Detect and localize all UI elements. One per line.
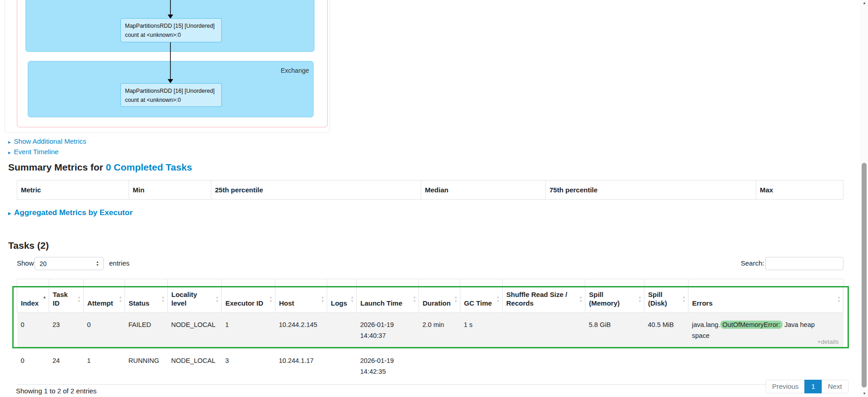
- tasks-heading: Tasks (2): [8, 240, 49, 251]
- col-header-host[interactable]: Host▲▼: [275, 279, 327, 313]
- pagination-page-1-button[interactable]: 1: [804, 380, 822, 393]
- col-header-errors[interactable]: Errors▲▼: [688, 279, 843, 313]
- cell-host: 10.244.1.17: [275, 349, 327, 385]
- sort-icons: ▲▼: [682, 296, 686, 303]
- sort-icons: ▲▼: [215, 296, 219, 303]
- col-header-shuffle-read[interactable]: Shuffle Read Size / Records▲▼: [503, 279, 585, 313]
- rdd-node-callsite: count at <unknown>:0: [125, 95, 221, 105]
- sort-icons: ▲▼: [454, 296, 458, 303]
- cell-attempt: 0: [84, 313, 125, 349]
- task-row-running: 0 24 1 RUNNING NODE_LOCAL 3 10.244.1.17 …: [17, 349, 843, 385]
- summary-header-row: Metric Min 25th percentile Median 75th p…: [17, 181, 843, 200]
- sort-icons: ▲▼: [579, 296, 583, 303]
- cell-launch-time: 2026-01-19 14:42:35: [357, 349, 419, 385]
- col-header-executor-id[interactable]: Executor ID▲▼: [222, 279, 275, 313]
- error-highlight: OutOfMemoryError:: [720, 321, 783, 329]
- error-details-link[interactable]: +details: [818, 338, 839, 346]
- cell-task-id: 24: [49, 349, 84, 385]
- col-header-duration[interactable]: Duration▲▼: [419, 279, 460, 313]
- col-header-min: Min: [129, 181, 211, 200]
- cell-logs: [327, 349, 357, 385]
- col-header-spill-memory[interactable]: Spill (Memory)▲▼: [585, 279, 644, 313]
- sort-icons: ▲▼: [496, 296, 500, 303]
- show-additional-metrics-toggle[interactable]: ▸Show Additional Metrics: [8, 137, 86, 145]
- aggregated-metrics-toggle[interactable]: ▸Aggregated Metrics by Executor: [8, 208, 133, 217]
- cell-locality: NODE_LOCAL: [168, 349, 222, 385]
- cell-executor-id: 1: [222, 313, 275, 349]
- rdd-node-mappartitions-15: MapPartitionsRDD [15] [Unordered] count …: [120, 18, 222, 42]
- rdd-node-title: MapPartitionsRDD [16] [Unordered]: [125, 86, 221, 95]
- col-header-task-id[interactable]: Task ID▲▼: [49, 279, 84, 313]
- cell-status: FAILED: [125, 313, 168, 349]
- search-input[interactable]: [765, 257, 843, 270]
- col-header-spill-disk[interactable]: Spill (Disk)▲▼: [644, 279, 688, 313]
- search-label: Search:: [741, 259, 764, 267]
- event-timeline-toggle[interactable]: ▸Event Timeline: [8, 148, 59, 156]
- sort-icons: ▲▼: [119, 296, 122, 303]
- spark-stage-page: { "colors": { "link_blue": "#0088cc", "p…: [0, 0, 868, 397]
- cell-locality: NODE_LOCAL: [168, 313, 222, 349]
- col-header-metric: Metric: [17, 181, 129, 200]
- page-size-select[interactable]: 20: [35, 257, 104, 270]
- cell-logs: [327, 313, 357, 349]
- show-label: Show: [17, 259, 34, 267]
- select-updown-icon: ▲▼: [96, 260, 99, 266]
- cell-attempt: 1: [84, 349, 125, 385]
- error-message: java.lang.OutOfMemoryError: Java heap sp…: [692, 319, 830, 341]
- col-header-status[interactable]: Status▲▼: [125, 279, 168, 313]
- task-row-failed: 0 23 0 FAILED NODE_LOCAL 1 10.244.2.145 …: [17, 313, 843, 349]
- scroll-up-icon[interactable]: ▲: [863, 1, 866, 5]
- cell-spill-memory: [585, 349, 644, 385]
- sort-icons: ▲▼: [413, 296, 416, 303]
- col-header-launch-time[interactable]: Launch Time▲▼: [357, 279, 419, 313]
- tasks-table: Index▲ Task ID▲▼ Attempt▲▼ Status▲▼ Loca…: [17, 279, 843, 385]
- table-info-text: Showing 1 to 2 of 2 entries: [16, 387, 97, 395]
- sort-icons: ▲▼: [321, 296, 324, 303]
- col-header-75th: 75th percentile: [546, 181, 756, 200]
- col-header-median: Median: [421, 181, 546, 200]
- summary-metrics-table: Metric Min 25th percentile Median 75th p…: [17, 180, 843, 200]
- scrollbar-thumb[interactable]: [862, 163, 867, 387]
- cell-errors: [688, 349, 843, 385]
- cell-spill-memory: 5.8 GiB: [585, 313, 644, 349]
- rdd-node-mappartitions-16: MapPartitionsRDD [16] [Unordered] count …: [120, 83, 222, 107]
- cell-duration: 2.0 min: [419, 313, 460, 349]
- completed-tasks-link[interactable]: 0 Completed Tasks: [106, 162, 192, 172]
- sort-icons: ▲▼: [77, 296, 81, 303]
- sort-icons: ▲▼: [269, 296, 273, 303]
- cell-shuffle-read: [503, 313, 585, 349]
- cell-launch-time: 2026-01-19 14:40:37: [357, 313, 419, 349]
- scroll-down-icon[interactable]: ▼: [863, 392, 866, 396]
- tasks-header-row: Index▲ Task ID▲▼ Attempt▲▼ Status▲▼ Loca…: [17, 279, 843, 313]
- cell-task-id: 23: [49, 313, 84, 349]
- pagination-previous-button[interactable]: Previous: [766, 380, 805, 393]
- rdd-node-callsite: count at <unknown>:0: [125, 30, 221, 40]
- page-size-select-wrap: 20 ▲▼: [35, 257, 104, 270]
- cell-errors: java.lang.OutOfMemoryError: Java heap sp…: [688, 313, 843, 349]
- sort-icons: ▲▼: [638, 296, 642, 303]
- col-header-index[interactable]: Index▲: [17, 279, 49, 313]
- rdd-node-title: MapPartitionsRDD [15] [Unordered]: [125, 21, 221, 30]
- sort-icons: ▲▼: [837, 296, 841, 303]
- col-header-25th: 25th percentile: [211, 181, 421, 200]
- sort-icons: ▲▼: [350, 296, 354, 303]
- collapse-arrow-icon: ▸: [8, 210, 11, 216]
- pagination-next-button[interactable]: Next: [822, 380, 848, 393]
- col-header-max: Max: [756, 181, 843, 200]
- cell-shuffle-read: [503, 349, 585, 385]
- col-header-gc-time[interactable]: GC Time▲▼: [460, 279, 503, 313]
- col-header-logs[interactable]: Logs▲▼: [327, 279, 357, 313]
- cell-index: 0: [17, 349, 49, 385]
- cell-executor-id: 3: [222, 349, 275, 385]
- cell-status: RUNNING: [125, 349, 168, 385]
- collapse-arrow-icon: ▸: [8, 139, 11, 145]
- cell-gc-time: 1 s: [460, 313, 503, 349]
- sort-asc-icon: ▲: [43, 296, 46, 299]
- cell-index: 0: [17, 313, 49, 349]
- col-header-attempt[interactable]: Attempt▲▼: [84, 279, 125, 313]
- col-header-locality[interactable]: Locality level▲▼: [168, 279, 222, 313]
- vertical-scrollbar[interactable]: ▲ ▼: [860, 0, 868, 397]
- cell-spill-disk: 40.5 MiB: [644, 313, 688, 349]
- exchange-cluster-label: Exchange: [254, 67, 309, 74]
- sort-icons: ▲▼: [161, 296, 165, 303]
